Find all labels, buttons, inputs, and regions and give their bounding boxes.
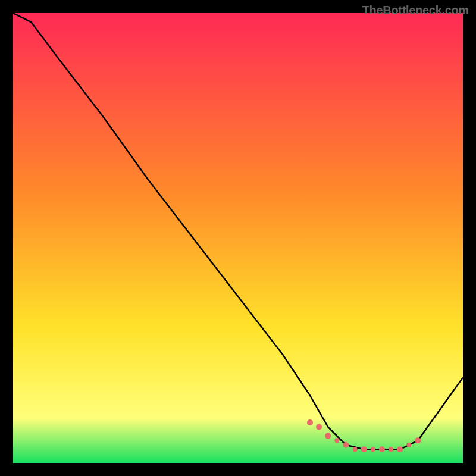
marker-point <box>353 447 358 452</box>
watermark: TheBottleneck.com <box>362 4 469 17</box>
marker-point <box>371 447 375 452</box>
marker-point <box>389 447 393 452</box>
chart-svg <box>13 13 463 463</box>
plot-area <box>13 13 463 463</box>
marker-point <box>307 419 313 425</box>
marker-point <box>361 446 367 452</box>
marker-point <box>415 437 421 443</box>
chart-container: TheBottleneck.com <box>0 0 476 476</box>
marker-point <box>406 443 411 447</box>
marker-point <box>343 442 349 448</box>
marker-point <box>325 433 331 439</box>
marker-point <box>316 424 322 430</box>
marker-point <box>397 446 403 452</box>
marker-point <box>334 438 339 443</box>
gradient-background <box>13 13 463 463</box>
marker-point <box>379 446 385 452</box>
